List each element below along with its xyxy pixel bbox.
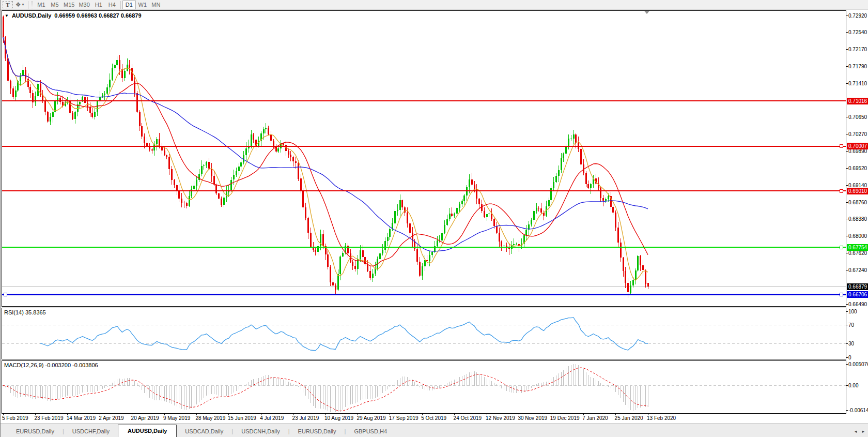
timeframe-button-H4[interactable]: H4: [105, 1, 119, 9]
symbol-tab-GBPUSD-H4[interactable]: GBPUSD,H4: [346, 426, 395, 437]
crosshair-tool-button[interactable]: ❖ ▾: [13, 1, 26, 9]
price-tick-label-0.70270: 0.70270: [848, 131, 867, 137]
hline-handle-right-0.67754[interactable]: [840, 246, 843, 249]
timeframe-button-MN[interactable]: MN: [149, 1, 163, 9]
macd-panel: [2, 360, 846, 414]
toolbar-separator: [120, 1, 121, 9]
rsi-tick-label-0: 0: [848, 355, 851, 360]
date-label-25-Jan-2020: 25 Jan 2020: [615, 415, 643, 421]
price-tick-label-0.72170: 0.72170: [848, 47, 867, 52]
date-label-5-Feb-2019: 5 Feb 2019: [2, 415, 28, 421]
rsi-name: RSI(14): [4, 309, 24, 315]
chart-symbol-label: AUDUSD,Daily: [12, 12, 51, 19]
date-label-23-Feb-2019: 23 Feb 2019: [34, 415, 63, 421]
date-label-2-Apr-2019: 2 Apr 2019: [99, 415, 123, 421]
date-label-12-Nov-2019: 12 Nov 2019: [486, 415, 515, 421]
rsi-tick-label-30: 30: [848, 341, 854, 346]
macd-tick-label-0.005076: 0.005076: [848, 361, 868, 367]
price-tick-label-0.71790: 0.71790: [848, 64, 867, 69]
timeframe-button-group: M1M5M15M30H1H4D1W1MN: [35, 1, 163, 9]
symbol-tab-EURUSD-Daily[interactable]: EURUSD,Daily: [290, 426, 345, 437]
date-label-29-Aug-2019: 29 Aug 2019: [357, 415, 385, 421]
date-label-28-May-2019: 28 May 2019: [195, 415, 225, 421]
symbol-tab-USDCAD-Daily[interactable]: USDCAD,Daily: [177, 426, 231, 437]
rsi-panel: [2, 308, 846, 359]
date-label-13-Feb-2020: 13 Feb 2020: [647, 415, 676, 421]
hline-handle-right-0.70007[interactable]: [840, 144, 843, 148]
hline-price-label-0.69010: 0.69010: [847, 188, 868, 194]
date-label-9-May-2019: 9 May 2019: [163, 415, 190, 421]
chart-shift-marker[interactable]: [644, 11, 649, 14]
macd-current-values: -0.003200 -0.003806: [45, 362, 98, 368]
macd-name: MACD(12,26,9): [4, 362, 43, 368]
top-toolbar: T ❖ ▾ M1M5M15M30H1H4D1W1MN: [1, 0, 868, 10]
date-label-24-Oct-2019: 24 Oct 2019: [454, 415, 482, 421]
symbol-tab-bar: EURUSD,Daily|USDCHF,DailyAUDUSD,DailyUSD…: [1, 424, 868, 437]
crosshair-tool-icon: ❖: [16, 1, 21, 8]
symbol-dropdown-icon[interactable]: ▼: [5, 13, 9, 18]
timeframe-button-M15[interactable]: M15: [61, 1, 76, 9]
symbol-tab-USDCNH-Daily[interactable]: USDCNH,Daily: [233, 426, 288, 437]
date-label-17-Sep-2019: 17 Sep 2019: [389, 415, 419, 421]
hline-handle-right-0.69010[interactable]: [840, 189, 843, 193]
chart-ohlc-values: 0.66959 0.66963 0.66827 0.66879: [54, 12, 141, 19]
macd-tick-label-0.00: 0.00: [848, 383, 858, 388]
symbol-tabs: EURUSD,Daily|USDCHF,DailyAUDUSD,DailyUSD…: [8, 425, 395, 437]
macd-indicator-label: MACD(12,26,9) -0.003200 -0.003806: [4, 362, 98, 368]
hline-price-label-0.67754: 0.67754: [847, 244, 868, 251]
hline-price-label-0.66706: 0.66706: [847, 291, 868, 298]
date-label-20-Apr-2019: 20 Apr 2019: [131, 415, 159, 421]
price-tick-label-0.72540: 0.72540: [848, 29, 867, 35]
hline-handle-right-0.66706[interactable]: [840, 293, 843, 296]
price-tick-label-0.67240: 0.67240: [848, 267, 867, 273]
date-label-23-Jul-2019: 23 Jul 2019: [292, 415, 319, 421]
date-label-4-Jul-2019: 4 Jul 2019: [260, 415, 284, 421]
toolbar-grip[interactable]: [31, 2, 33, 8]
price-chart-panel: [2, 10, 846, 307]
hline-price-label-0.70007: 0.70007: [847, 143, 868, 149]
price-tick-label-0.70650: 0.70650: [848, 114, 867, 120]
price-tick-label-0.68380: 0.68380: [848, 216, 867, 222]
macd-tick-label--0.00614: -0.00614: [848, 408, 868, 413]
timeframe-button-M1[interactable]: M1: [35, 1, 48, 9]
tab-scroll-left-button[interactable]: ◂: [855, 429, 857, 434]
chevron-down-icon: ▾: [22, 3, 24, 7]
timeframe-button-M30[interactable]: M30: [76, 1, 91, 9]
tab-scroll-right-button[interactable]: ▸: [862, 429, 864, 434]
symbol-tab-AUDUSD-Daily[interactable]: AUDUSD,Daily: [118, 425, 177, 437]
rsi-tick-label-100: 100: [848, 309, 857, 314]
timeframe-button-W1[interactable]: W1: [136, 1, 149, 9]
date-label-10-Aug-2019: 10 Aug 2019: [324, 415, 353, 421]
timeframe-button-H1[interactable]: H1: [92, 1, 105, 9]
price-tick-label-0.67620: 0.67620: [848, 250, 867, 256]
hline-handle-left-0.66706[interactable]: [4, 293, 7, 296]
symbol-tab-EURUSD-Daily[interactable]: EURUSD,Daily: [8, 426, 63, 437]
date-label-5-Oct-2019: 5 Oct 2019: [421, 415, 446, 421]
price-tick-label-0.68000: 0.68000: [848, 233, 867, 239]
rsi-indicator-label: RSI(14) 35.8365: [4, 309, 46, 315]
timeframe-button-M5[interactable]: M5: [48, 1, 61, 9]
price-tick-label-0.69520: 0.69520: [848, 165, 867, 171]
trading-terminal-window: T ❖ ▾ M1M5M15M30H1H4D1W1MN ▼ AUDUSD,Dail…: [0, 0, 868, 437]
price-tick-label-0.72920: 0.72920: [848, 13, 867, 19]
symbol-tab-USDCHF-Daily[interactable]: USDCHF,Daily: [64, 426, 118, 437]
hline-price-label-0.71016: 0.71016: [847, 98, 868, 104]
price-tick-label-0.66490: 0.66490: [848, 302, 867, 307]
text-tool-button[interactable]: T: [3, 1, 13, 8]
date-label-14-Mar-2019: 14 Mar 2019: [67, 415, 96, 421]
bid-price-label: 0.66879: [847, 283, 868, 290]
price-tick-label-0.71410: 0.71410: [848, 81, 867, 86]
date-label-19-Dec-2019: 19 Dec 2019: [550, 415, 580, 421]
price-tick-label-0.68760: 0.68760: [848, 200, 867, 205]
toolbar-separator: [28, 1, 28, 9]
date-label-30-Nov-2019: 30 Nov 2019: [518, 415, 547, 421]
chart-title: ▼ AUDUSD,Daily 0.66959 0.66963 0.66827 0…: [5, 12, 142, 19]
date-label-15-Jun-2019: 15 Jun 2019: [228, 415, 256, 421]
timeframe-button-D1[interactable]: D1: [122, 1, 136, 9]
date-label-7-Jan-2020: 7 Jan 2020: [582, 415, 608, 421]
rsi-current-value: 35.8365: [25, 309, 46, 315]
tab-scroll-arrows: ◂ ▸: [855, 429, 864, 437]
rsi-tick-label-70: 70: [848, 322, 854, 328]
